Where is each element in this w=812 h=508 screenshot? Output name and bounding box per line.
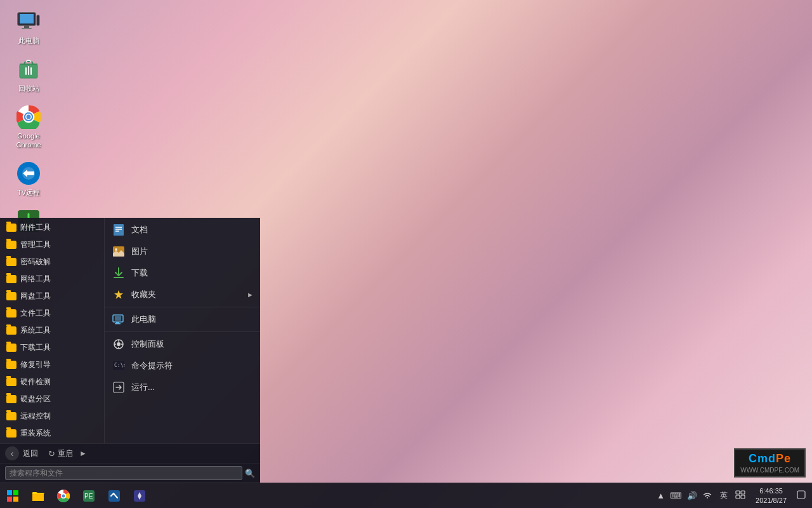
folder-item-yuancheng[interactable]: 远程控制: [0, 408, 104, 425]
doc-icon: [112, 224, 125, 236]
quick-item-run[interactable]: 运行...: [105, 377, 260, 398]
taskbar-app3[interactable]: PE: [76, 483, 102, 509]
search-input[interactable]: [5, 466, 242, 480]
folder-icon: [6, 275, 16, 283]
reset-button[interactable]: ↻ 重启: [48, 448, 73, 459]
svg-text:PE: PE: [84, 493, 93, 500]
desktop-icon-computer[interactable]: 此电脑: [6, 6, 51, 48]
desktop-icon-chrome[interactable]: Google Chrome: [6, 102, 51, 151]
teamviewer-icon-img: [16, 161, 41, 186]
systray-area: ▲ ⌨ 🔊: [655, 489, 714, 502]
quick-item-img[interactable]: 图片: [105, 241, 260, 262]
clock-time: 6:46:35: [756, 486, 787, 495]
start-button[interactable]: [0, 483, 25, 509]
folder-item-yingpan[interactable]: 硬盘分区: [0, 391, 104, 408]
svg-point-28: [117, 342, 121, 346]
folder-icon: [6, 292, 16, 300]
folder-item-yingjian[interactable]: 硬件检测: [0, 373, 104, 391]
taskbar-chrome[interactable]: [51, 483, 76, 509]
tray-icon-1[interactable]: ▲: [655, 490, 666, 502]
menu-separator-2: [105, 331, 260, 332]
svg-rect-26: [115, 323, 121, 324]
svg-rect-3: [22, 28, 32, 29]
run-icon: [112, 381, 125, 394]
taskbar-app4[interactable]: [102, 483, 127, 509]
task-view-icon[interactable]: [734, 489, 747, 502]
keyboard-language[interactable]: 英: [717, 489, 730, 502]
cmdpe-watermark: CmdPe WWW.CMDPE.COM: [734, 448, 806, 478]
chrome-icon-img: [16, 104, 41, 130]
svg-point-44: [62, 494, 65, 497]
cmdpe-url: WWW.CMDPE.COM: [740, 467, 799, 474]
folder-icon: [6, 429, 16, 438]
folder-icon: [6, 224, 16, 232]
folder-item-xiazai[interactable]: 下载工具: [0, 339, 104, 356]
nav-arrow: ►: [79, 449, 87, 458]
teamviewer-label: TV远程: [17, 189, 40, 197]
folder-item-fujian[interactable]: 附件工具: [0, 219, 104, 236]
svg-rect-50: [741, 491, 745, 494]
folder-item-mima[interactable]: 密码破解: [0, 253, 104, 271]
back-button[interactable]: ‹: [5, 446, 19, 460]
quick-item-favorites[interactable]: 收藏夹 ►: [105, 284, 260, 305]
image-icon: [112, 245, 125, 258]
folder-item-xiufu[interactable]: 修复引导: [0, 356, 104, 373]
folder-icon: [6, 361, 16, 369]
search-row: 🔍: [0, 464, 260, 483]
search-button[interactable]: 🔍: [245, 469, 255, 478]
quick-item-control-panel[interactable]: 控制面板: [105, 333, 260, 355]
tray-keyboard-icon[interactable]: ⌨: [669, 490, 683, 502]
svg-rect-25: [116, 322, 119, 323]
quick-item-cmd[interactable]: C:\>_ 命令提示符: [105, 355, 260, 377]
menu-quick-access: 文档 图片 下载: [105, 218, 260, 443]
folder-item-chongzhuang[interactable]: 重装系统: [0, 425, 104, 442]
svg-point-11: [27, 115, 31, 119]
clock-date: 2021/8/27: [756, 496, 787, 505]
start-menu: 附件工具 管理工具 密码破解 网络工具 网盘工具: [0, 218, 260, 483]
folder-item-wangluo[interactable]: 网络工具: [0, 271, 104, 288]
folder-icon: [6, 258, 16, 266]
taskbar: PE ▲ ⌨ 🔊: [0, 483, 812, 508]
cmdpe-box: CmdPe WWW.CMDPE.COM: [734, 448, 806, 478]
taskbar-app5[interactable]: [127, 483, 152, 509]
folder-item-xitong[interactable]: 系统工具: [0, 322, 104, 339]
back-label: 返回: [23, 448, 38, 459]
download-icon: [112, 267, 125, 279]
recycle-icon-label: 回收站: [18, 84, 39, 93]
tray-network-icon[interactable]: [701, 489, 714, 502]
desktop-icon-recycle[interactable]: 回收站: [6, 54, 51, 95]
cmdpe-pe-text: Pe: [776, 452, 791, 465]
svg-rect-4: [37, 15, 39, 25]
folder-icon: [6, 378, 16, 386]
quick-item-download[interactable]: 下载: [105, 262, 260, 284]
taskbar-clock[interactable]: 6:46:35 2021/8/27: [750, 486, 792, 505]
svg-rect-49: [736, 491, 740, 494]
reset-label: 重启: [58, 448, 73, 459]
menu-bottom-area: ‹ 返回 ↻ 重启 ► 🔍: [0, 443, 260, 483]
quick-item-doc[interactable]: 文档: [105, 219, 260, 241]
svg-rect-51: [736, 495, 740, 498]
tray-volume-icon[interactable]: 🔊: [686, 490, 698, 502]
svg-rect-47: [108, 490, 120, 502]
cmd-icon: C:\>_: [112, 359, 125, 372]
taskbar-file-explorer[interactable]: [25, 483, 51, 509]
favorites-arrow: ►: [247, 291, 254, 298]
svg-rect-16: [114, 224, 124, 236]
svg-rect-1: [20, 14, 34, 23]
cmdpe-cmd-text: Cmd: [749, 452, 776, 465]
menu-nav-row: ‹ 返回 ↻ 重启 ►: [0, 444, 260, 464]
folder-item-guanli[interactable]: 管理工具: [0, 236, 104, 253]
folder-item-wenjian[interactable]: 文件工具: [0, 305, 104, 322]
svg-rect-41: [32, 494, 44, 501]
folder-item-wangpan[interactable]: 网盘工具: [0, 288, 104, 305]
folder-icon: [6, 309, 16, 318]
taskbar-right-area: ▲ ⌨ 🔊 英: [655, 486, 812, 505]
computer-icon-img: [16, 9, 41, 34]
svg-rect-52: [741, 495, 745, 498]
notification-icon[interactable]: [796, 489, 807, 502]
control-panel-icon: [112, 338, 125, 351]
quick-item-computer[interactable]: 此电脑: [105, 309, 260, 330]
svg-rect-24: [115, 316, 121, 321]
desktop-icon-teamviewer[interactable]: TV远程: [6, 158, 51, 199]
svg-point-21: [115, 248, 117, 251]
